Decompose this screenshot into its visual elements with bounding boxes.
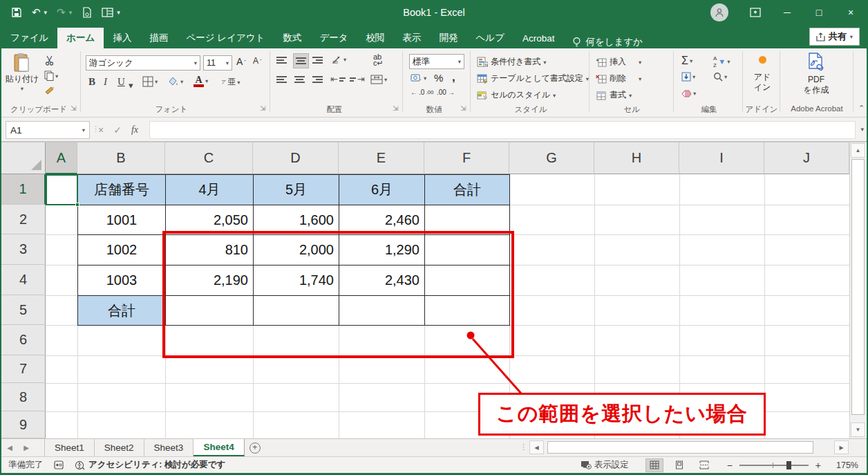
cut-button[interactable] [44, 55, 55, 66]
italic-button[interactable]: I [104, 76, 107, 88]
ribbon-tab-ヘルプ[interactable]: ヘルプ [467, 28, 513, 48]
vertical-scrollbar-thumb[interactable] [851, 159, 865, 415]
horizontal-scrollbar-thumb[interactable] [547, 441, 813, 454]
tabbar-resize-dots-icon[interactable]: ⋮ [520, 443, 527, 451]
font-color-button[interactable]: A ▾ [194, 75, 208, 87]
vertical-scrollbar[interactable]: ▲ ▼ [849, 142, 865, 438]
collapse-ribbon-button[interactable]: ⌃ [858, 104, 865, 113]
align-left-button[interactable] [276, 75, 287, 84]
ribbon-tab-開発[interactable]: 開発 [431, 28, 467, 48]
column-header-I[interactable]: I [679, 142, 764, 174]
table-header-cell[interactable]: 6月 [339, 174, 425, 205]
row-header-3[interactable]: 3 [1, 234, 46, 265]
increase-font-button[interactable]: Aˆ [236, 56, 246, 67]
ribbon-tab-表示[interactable]: 表示 [394, 28, 431, 48]
sheet-tab-Sheet4[interactable]: Sheet4 [194, 439, 244, 456]
phonetic-guide-button[interactable]: ア亜▾ [221, 76, 240, 88]
table-data-cell[interactable]: 1001 [77, 205, 166, 235]
column-header-G[interactable]: G [509, 142, 594, 174]
ribbon-tab-ホーム[interactable]: ホーム [57, 28, 104, 48]
maximize-button[interactable]: □ [803, 0, 835, 25]
accounting-format-button[interactable]: ▾ [411, 73, 426, 83]
row-header-6[interactable]: 6 [1, 325, 46, 355]
font-dialog-launcher[interactable]: ⇲ [260, 104, 268, 113]
row-header-7[interactable]: 7 [1, 355, 46, 383]
table-footer-cell[interactable]: 合計 [77, 295, 166, 326]
underline-button[interactable]: U [117, 76, 125, 88]
delete-cells-button[interactable]: 削除▾ [596, 73, 641, 84]
page-break-view-button[interactable] [695, 458, 713, 472]
sheet-tab-Sheet2[interactable]: Sheet2 [95, 439, 144, 456]
column-header-F[interactable]: F [424, 142, 509, 174]
decrease-decimal-button[interactable]: .00→ [437, 89, 455, 96]
ribbon-display-options-icon[interactable] [739, 0, 771, 25]
undo-icon[interactable]: ↶ [32, 6, 41, 19]
autosum-button[interactable]: Σ▾ [681, 55, 692, 67]
close-button[interactable]: × [835, 0, 867, 25]
tellme-box[interactable]: 何をしますか [564, 36, 652, 48]
column-header-A[interactable]: A [46, 142, 77, 174]
scroll-up-icon[interactable]: ▲ [851, 143, 865, 158]
row-header-5[interactable]: 5 [1, 295, 46, 325]
fill-color-button[interactable]: ▾ [167, 76, 183, 87]
selected-cell-A1[interactable] [46, 174, 78, 205]
save-icon[interactable] [11, 7, 22, 18]
selection-fill-handle[interactable] [75, 203, 79, 207]
horizontal-scrollbar[interactable]: ◀ ▶ [529, 440, 849, 454]
zoom-out-button[interactable]: − [727, 460, 733, 471]
table-header-cell[interactable]: 5月 [253, 174, 339, 205]
insert-function-button[interactable]: fx [131, 124, 138, 136]
column-header-H[interactable]: H [594, 142, 679, 174]
align-bottom-button[interactable] [312, 55, 323, 65]
increase-indent-button[interactable]: ⇥ [350, 74, 365, 84]
column-header-E[interactable]: E [339, 142, 424, 174]
ribbon-tab-校閲[interactable]: 校閲 [357, 28, 394, 48]
macro-record-icon[interactable] [54, 460, 64, 469]
borders-button[interactable]: ▾ [142, 76, 158, 87]
accessibility-status[interactable]: アクセシビリティ: 検討が必要です [75, 459, 225, 471]
sort-filter-button[interactable]: AZ▼▾ [713, 55, 730, 68]
table-data-cell[interactable]: 1002 [77, 234, 166, 266]
alignment-dialog-launcher[interactable]: ⇲ [393, 104, 401, 113]
column-header-D[interactable]: D [253, 142, 339, 174]
fill-button[interactable]: ▾ [681, 72, 695, 82]
select-all-corner[interactable] [1, 142, 46, 174]
minimize-button[interactable]: ─ [771, 0, 803, 25]
decrease-font-button[interactable]: Aˇ [253, 56, 262, 66]
conditional-formatting-button[interactable]: fx 条件付き書式▾ [477, 56, 547, 68]
name-box[interactable]: A1 ▾ [6, 121, 90, 139]
share-button[interactable]: 共有 ▾ [809, 28, 860, 46]
ribbon-tab-数式[interactable]: 数式 [274, 28, 310, 48]
zoom-slider-thumb[interactable] [786, 461, 791, 469]
row-header-2[interactable]: 2 [1, 205, 46, 234]
table-header-cell[interactable]: 合計 [424, 174, 510, 205]
scroll-right-icon[interactable]: ▶ [834, 440, 849, 454]
comma-style-button[interactable]: , [452, 71, 455, 84]
table-data-cell[interactable]: 1003 [77, 265, 166, 296]
column-header-C[interactable]: C [165, 142, 253, 174]
table-header-cell[interactable]: 4月 [165, 174, 254, 205]
form-view-icon[interactable] [102, 8, 113, 17]
format-cells-button[interactable]: 書式▾ [596, 89, 632, 101]
column-header-J[interactable]: J [764, 142, 849, 174]
normal-view-button[interactable] [645, 458, 663, 472]
sheet-nav-left-icon[interactable]: ◀ [1, 439, 18, 456]
table-header-cell[interactable]: 店舗番号 [77, 174, 166, 205]
font-size-input[interactable]: 11▾ [203, 55, 232, 71]
wrap-text-button[interactable]: abc↵ [373, 54, 384, 66]
underline-dropdown-icon[interactable]: ▾ [129, 80, 133, 91]
sheet-tab-Sheet3[interactable]: Sheet3 [144, 439, 194, 456]
copy-button[interactable]: ▾ [44, 71, 58, 81]
row-header-8[interactable]: 8 [1, 383, 46, 411]
align-center-button[interactable] [294, 75, 305, 84]
font-name-input[interactable]: 游ゴシック▾ [86, 55, 200, 71]
ribbon-tab-描画[interactable]: 描画 [140, 28, 177, 48]
addins-button[interactable]: アド イン [748, 54, 777, 93]
sheet-nav-right-icon[interactable]: ▶ [18, 439, 35, 456]
account-avatar[interactable] [710, 3, 728, 21]
format-as-table-button[interactable]: テーブルとして書式設定▾ [477, 73, 589, 84]
find-select-button[interactable]: ▾ [713, 72, 727, 82]
scroll-down-icon[interactable]: ▼ [851, 422, 865, 437]
sheet-tab-Sheet1[interactable]: Sheet1 [44, 439, 95, 456]
number-dialog-launcher[interactable]: ⇲ [460, 104, 469, 113]
